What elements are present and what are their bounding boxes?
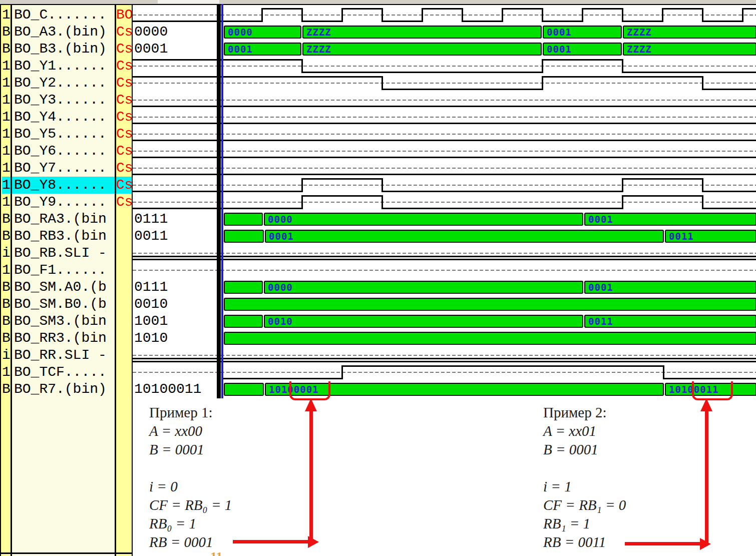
wave-initial-level	[132, 21, 223, 22]
wave-level-segment	[341, 8, 383, 10]
signal-value: 0010	[134, 296, 216, 313]
signal-name[interactable]: BO_R7.(bin)	[14, 381, 114, 398]
bus-value-label: 0000	[228, 27, 253, 37]
signal-tag: Cs	[116, 41, 132, 58]
wave-level-segment	[542, 59, 623, 61]
signal-name[interactable]: BO_RA3.(bin	[14, 211, 114, 228]
int-line-lower	[132, 259, 756, 260]
wave-level-segment	[223, 191, 302, 192]
example-line: RB₀ = 1	[149, 514, 329, 533]
wave-dashed-baseline	[133, 151, 756, 152]
bracket1	[289, 381, 330, 400]
signal-tag: Cs	[116, 143, 132, 160]
signal-name[interactable]: BO_RR3.(bin	[14, 330, 114, 347]
signal-value: 1001	[134, 313, 216, 330]
arrow1-up-head	[305, 398, 317, 411]
signal-tag: Cs	[116, 58, 132, 75]
wave-edge	[301, 59, 303, 73]
wave-edge	[382, 8, 383, 22]
scrollbar-thumb[interactable]	[158, 0, 219, 4]
signal-name[interactable]: BO_B3.(bin)	[14, 41, 114, 58]
signal-name[interactable]: BO_Y5......	[14, 126, 114, 143]
signal-name[interactable]: BO_TCF.....	[14, 364, 114, 381]
wave-edge	[742, 8, 743, 22]
bus-value-label: ZZZZ	[306, 44, 331, 54]
signal-name[interactable]: BO_F1......	[14, 262, 114, 279]
wave-dashed-baseline	[133, 355, 756, 356]
wave-edge	[622, 59, 623, 73]
signal-name[interactable]: BO_SM3.(bin	[14, 313, 114, 330]
wave-level-segment	[622, 195, 703, 197]
signal-tag: Cs	[116, 24, 132, 41]
signal-tag: Cs	[116, 126, 132, 143]
example-line: A = xx01	[543, 422, 723, 440]
example-line: B = 0001	[543, 440, 723, 459]
signal-name[interactable]: BO_Y4......	[14, 109, 114, 126]
signal-value: 0111	[134, 279, 216, 296]
signal-name[interactable]: BO_Y7......	[14, 160, 114, 177]
signal-name[interactable]: BO_Y9......	[14, 194, 114, 211]
wave-edge	[261, 8, 263, 22]
time-cursor[interactable]	[221, 4, 223, 398]
bus-value-label: 0000	[268, 282, 293, 292]
wave-level-segment	[622, 72, 756, 73]
wave-edge	[622, 178, 623, 192]
wave-edge	[301, 195, 303, 209]
bus-segment	[224, 230, 264, 243]
signal-name[interactable]: BO_C.......	[14, 7, 114, 24]
wave-edge	[662, 8, 663, 22]
wave-edge	[341, 365, 343, 379]
example-line: CF = RB₀ = 1	[149, 496, 329, 514]
wave-level-segment	[382, 89, 543, 90]
signal-name[interactable]: BO_SM.A0.(b	[14, 279, 114, 296]
wave-dashed-baseline	[133, 185, 756, 186]
signal-name[interactable]: BO_A3.(bin)	[14, 24, 114, 41]
wave-level-segment	[662, 8, 703, 10]
wave-edge	[702, 178, 703, 192]
signal-tag: Cs	[116, 109, 132, 126]
wave-level-segment	[301, 178, 383, 180]
signal-name[interactable]: BO_Y1......	[14, 58, 114, 75]
wave-level-segment	[382, 191, 623, 192]
signal-name[interactable]: BO_Y8......	[14, 177, 114, 194]
signal-name[interactable]: BO_Y3......	[14, 92, 114, 109]
bus-value-label: 0001	[547, 44, 572, 54]
value-column-divider[interactable]	[217, 4, 221, 398]
signal-type: 1	[2, 143, 11, 160]
wave-level-segment	[223, 378, 342, 379]
bus-segment	[302, 26, 542, 39]
bus-segment	[265, 230, 664, 243]
bus-value-label: ZZZZ	[627, 27, 652, 37]
example-1-title: Пример 1:	[149, 403, 329, 422]
signal-type: 1	[2, 194, 11, 211]
signal-name[interactable]: BO_SM.B0.(b	[14, 296, 114, 313]
signal-name[interactable]: BO_RR.SLI -	[14, 347, 114, 364]
wave-level-segment	[223, 174, 756, 175]
int-line-lower	[132, 361, 756, 362]
signal-type: B	[2, 211, 11, 228]
wave-initial-level	[132, 208, 223, 209]
signal-name[interactable]: BO_Y2......	[14, 75, 114, 92]
arrow1-horizontal-shaft	[233, 540, 308, 543]
bus-value-label: ZZZZ	[306, 27, 331, 37]
wave-level-segment	[223, 157, 756, 158]
wave-level-segment	[301, 195, 383, 197]
wave-level-segment	[223, 106, 756, 107]
wave-level-segment	[622, 178, 703, 180]
wave-level-segment	[622, 21, 663, 22]
signal-name[interactable]: BO_Y6......	[14, 143, 114, 160]
wave-level-segment	[301, 72, 543, 73]
wave-level-segment	[341, 365, 664, 367]
wave-level-segment	[582, 8, 623, 10]
signal-name[interactable]: BO_RB.SLI -	[14, 245, 114, 262]
wave-dashed-baseline	[133, 134, 756, 135]
signal-type: 1	[2, 126, 11, 143]
wave-level-segment	[542, 76, 703, 78]
signal-type: B	[2, 41, 11, 58]
signal-type: 1	[2, 7, 11, 24]
signal-type: B	[2, 228, 11, 245]
wave-initial-level	[132, 157, 223, 158]
wave-level-segment	[663, 378, 756, 379]
signal-name[interactable]: BO_RB3.(bin	[14, 228, 114, 245]
wave-level-segment	[223, 140, 756, 141]
